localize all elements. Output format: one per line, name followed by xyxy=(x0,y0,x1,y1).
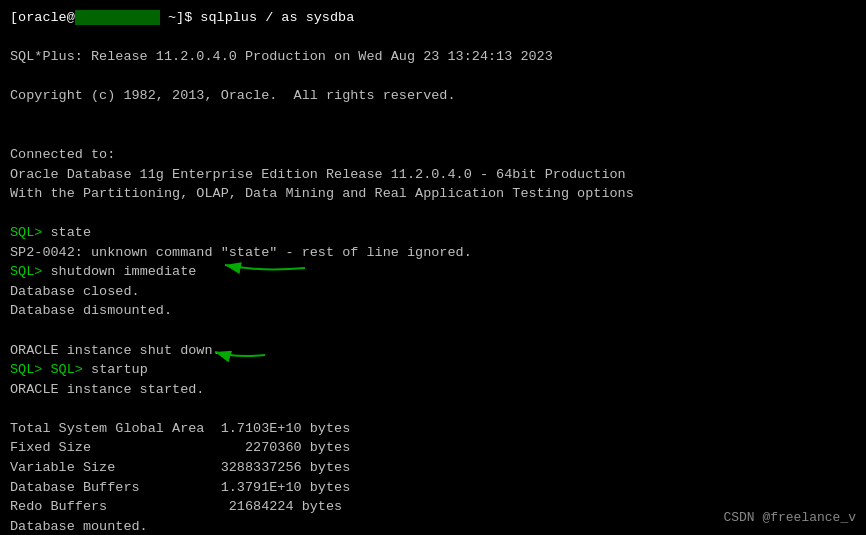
line-3: SQL*Plus: Release 11.2.0.4.0 Production … xyxy=(10,47,856,67)
line-7 xyxy=(10,125,856,145)
line-4 xyxy=(10,67,856,87)
sql-prompt-2: SQL> xyxy=(10,264,51,279)
line-20: ORACLE instance started. xyxy=(10,380,856,400)
line-13: SP2-0042: unknown command "state" - rest… xyxy=(10,243,856,263)
sql-prompt-3: SQL> xyxy=(10,362,51,377)
prompt-bracket-open: [oracle@ xyxy=(10,10,75,25)
hostname xyxy=(75,10,160,25)
sql-prompt-1: SQL> xyxy=(10,225,51,240)
line-25: Database Buffers 1.3791E+10 bytes xyxy=(10,478,856,498)
line-16: Database dismounted. xyxy=(10,301,856,321)
line-9: Oracle Database 11g Enterprise Edition R… xyxy=(10,165,856,185)
line-18: ORACLE instance shut down. xyxy=(10,341,856,361)
prompt-rest: ~]$ sqlplus / as sysdba xyxy=(160,10,354,25)
line-22: Total System Global Area 1.7103E+10 byte… xyxy=(10,419,856,439)
line-21 xyxy=(10,399,856,419)
line-10: With the Partitioning, OLAP, Data Mining… xyxy=(10,184,856,204)
line-19: SQL> SQL> startup xyxy=(10,360,856,380)
line-17 xyxy=(10,321,856,341)
line-24: Variable Size 3288337256 bytes xyxy=(10,458,856,478)
line-15: Database closed. xyxy=(10,282,856,302)
watermark: CSDN @freelance_v xyxy=(723,510,856,525)
line-23: Fixed Size 2270360 bytes xyxy=(10,438,856,458)
line-1: [oracle@ ~]$ sqlplus / as sysdba xyxy=(10,8,856,28)
line-8: Connected to: xyxy=(10,145,856,165)
sql-prompt-4: SQL> xyxy=(51,362,92,377)
line-6 xyxy=(10,106,856,126)
line-2 xyxy=(10,28,856,48)
line-14: SQL> shutdown immediate xyxy=(10,262,856,282)
line-11 xyxy=(10,204,856,224)
line-12: SQL> state xyxy=(10,223,856,243)
terminal-window: [oracle@ ~]$ sqlplus / as sysdba SQL*Plu… xyxy=(0,0,866,535)
line-5: Copyright (c) 1982, 2013, Oracle. All ri… xyxy=(10,86,856,106)
